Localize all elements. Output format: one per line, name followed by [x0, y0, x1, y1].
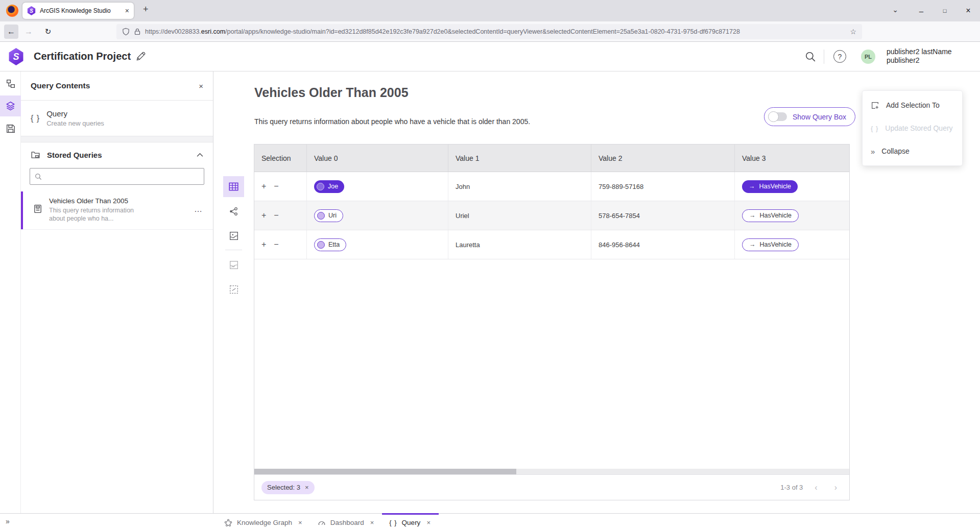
entity-pill[interactable]: Etta	[314, 238, 346, 251]
table-view-icon	[229, 182, 238, 191]
cell-value: Lauretta	[448, 230, 591, 259]
map-view-button[interactable]	[223, 225, 244, 246]
remove-selection-icon[interactable]: −	[274, 182, 278, 190]
link-chart-icon	[229, 207, 238, 216]
left-rail	[0, 71, 21, 513]
new-tab-button[interactable]: +	[143, 5, 149, 14]
header-divider	[824, 50, 824, 64]
window-minimize-button[interactable]: –	[910, 0, 933, 21]
collapse-menu-item[interactable]: » Collapse	[863, 141, 962, 161]
bookmark-star-icon[interactable]: ☆	[850, 28, 856, 36]
next-page-icon[interactable]: ›	[829, 483, 842, 492]
bottom-tab-bar: » Knowledge Graph × Dashboard × { } Quer…	[0, 513, 980, 530]
rail-data-model-button[interactable]	[0, 73, 21, 94]
toggle-switch[interactable]	[769, 112, 787, 121]
column-header: Value 0	[307, 144, 448, 172]
user-menu[interactable]: publisher2 lastName publisher2	[887, 47, 952, 65]
app-header: S Certification Project ? PL publisher2 …	[0, 42, 980, 71]
view-toolbar	[223, 176, 244, 303]
stored-query-description: This query returns information about peo…	[49, 206, 151, 223]
entity-pill[interactable]: Uri	[314, 209, 343, 222]
add-selection-icon	[871, 101, 879, 110]
item-options-icon[interactable]: …	[194, 205, 203, 214]
browser-tab[interactable]: S ArcGIS Knowledge Studio ×	[22, 3, 134, 19]
relation-arrow-icon: →	[749, 183, 755, 190]
tab-knowledge-graph[interactable]: Knowledge Graph ×	[217, 513, 310, 530]
selected-indicator	[21, 191, 23, 229]
panel-close-icon[interactable]: ×	[199, 82, 203, 90]
results-table: Selection Value 0 Value 1 Value 2 Value …	[254, 144, 850, 500]
dashboard-gauge-icon	[318, 519, 326, 527]
url-bar[interactable]: https://dev0028833.esri.com/portal/apps/…	[116, 24, 862, 39]
query-contents-panel: Query Contents × { } Query Create new qu…	[21, 71, 213, 513]
tab-close-icon[interactable]: ×	[426, 519, 431, 526]
entity-dot-icon	[317, 212, 325, 220]
expand-selection-icon[interactable]: +	[261, 240, 266, 249]
show-query-box-toggle[interactable]: Show Query Box	[764, 107, 855, 126]
expand-rail-icon[interactable]: »	[6, 518, 10, 525]
remove-selection-icon[interactable]: −	[274, 240, 278, 249]
page-title: Certification Project	[34, 51, 131, 62]
horizontal-scrollbar[interactable]	[254, 469, 849, 474]
rail-contents-button[interactable]	[0, 95, 21, 116]
tab-close-icon[interactable]: ×	[125, 7, 129, 14]
query-title: Vehicles Older Than 2005	[254, 85, 409, 100]
selection-actions-menu: Add Selection To { } Update Stored Query…	[862, 90, 963, 166]
firefox-icon[interactable]	[6, 5, 18, 17]
layers-icon	[6, 101, 15, 111]
window-close-button[interactable]: ×	[957, 0, 980, 21]
save-icon	[6, 124, 15, 133]
add-selection-to-item[interactable]: Add Selection To	[863, 95, 962, 115]
help-icon[interactable]: ?	[833, 50, 846, 63]
tab-dashboard[interactable]: Dashboard ×	[310, 513, 383, 530]
expand-selection-icon[interactable]: +	[261, 211, 266, 220]
toolbar-divider	[225, 250, 242, 250]
forward-button[interactable]: →	[21, 25, 36, 39]
stored-queries-search-input[interactable]	[46, 173, 199, 180]
expand-selection-icon[interactable]: +	[261, 182, 266, 190]
prev-page-icon[interactable]: ‹	[809, 483, 822, 492]
window-maximize-button[interactable]: □	[933, 0, 957, 21]
table-row: + − Joe John 759-889-57168 →HasVehicle	[254, 172, 849, 201]
selection-area-icon	[229, 285, 238, 294]
entity-pill[interactable]: Joe	[314, 180, 344, 193]
rail-save-button[interactable]	[0, 118, 21, 139]
search-icon[interactable]	[805, 51, 816, 64]
app-logo: S	[8, 48, 24, 65]
column-header: Value 2	[591, 144, 735, 172]
selected-count-chip[interactable]: Selected: 3 ×	[261, 481, 315, 494]
query-create-item[interactable]: { } Query Create new queries	[21, 101, 213, 136]
table-header-row: Selection Value 0 Value 1 Value 2 Value …	[254, 144, 849, 172]
chevron-up-icon[interactable]	[197, 153, 203, 157]
selection-tools-button[interactable]	[223, 279, 244, 300]
update-stored-query-item[interactable]: { } Update Stored Query	[863, 118, 962, 138]
edit-title-button[interactable]	[136, 52, 146, 63]
relationship-pill[interactable]: →HasVehicle	[742, 238, 799, 251]
stored-query-item[interactable]: Vehicles Older Than 2005 This query retu…	[21, 191, 213, 230]
scrollbar-thumb[interactable]	[254, 469, 516, 474]
new-map-view-button[interactable]	[223, 254, 244, 275]
url-text: https://dev0028833.esri.com/portal/apps/…	[145, 28, 845, 35]
data-model-icon	[6, 79, 15, 88]
relationship-pill[interactable]: →HasVehicle	[742, 209, 799, 222]
screen: { "browser": { "tab_title": "ArcGIS Know…	[0, 0, 980, 530]
link-chart-view-button[interactable]	[223, 201, 244, 222]
tab-close-icon[interactable]: ×	[298, 519, 302, 526]
avatar[interactable]: PL	[861, 50, 875, 64]
relationship-pill[interactable]: →HasVehicle	[742, 180, 798, 193]
back-button[interactable]: ←	[4, 25, 18, 39]
remove-selection-icon[interactable]: −	[274, 211, 278, 220]
stored-query-title: Vehicles Older Than 2005	[49, 197, 151, 205]
tab-close-icon[interactable]: ×	[370, 519, 374, 526]
tracking-shield-icon[interactable]	[122, 28, 130, 36]
clear-selection-icon[interactable]: ×	[305, 484, 309, 491]
tab-query[interactable]: { } Query ×	[382, 513, 439, 530]
map-view-icon	[229, 231, 238, 240]
stored-queries-header[interactable]: Stored Queries	[21, 142, 213, 167]
lock-icon[interactable]	[134, 28, 140, 35]
reload-button[interactable]: ↻	[41, 25, 55, 39]
list-tabs-chevron-icon[interactable]: ⌄	[892, 6, 898, 14]
stored-queries-search[interactable]	[30, 168, 204, 185]
cell-value: Uriel	[448, 201, 591, 230]
table-view-button[interactable]	[223, 176, 244, 197]
